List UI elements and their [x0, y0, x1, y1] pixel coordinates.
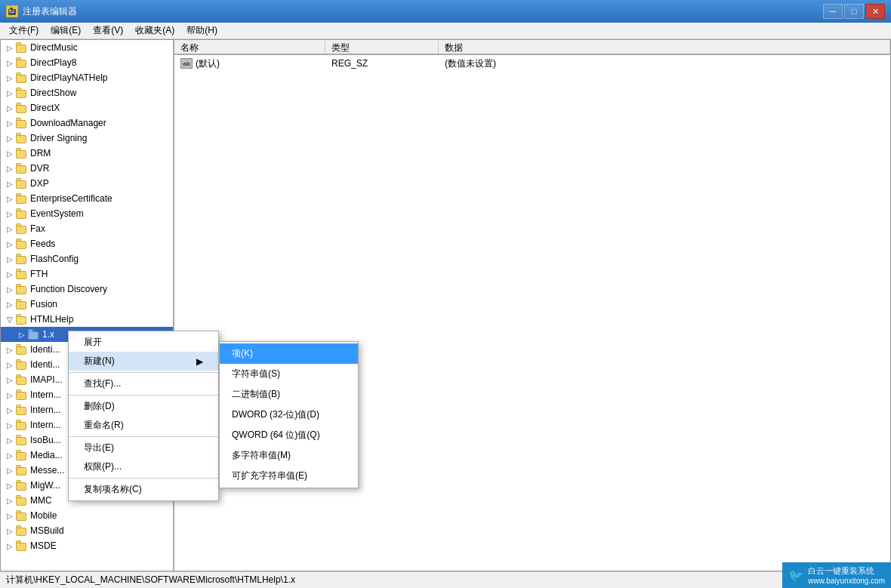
- tree-item-driversigning[interactable]: ▷ Driver Signing: [1, 131, 173, 146]
- expand-icon[interactable]: ▷: [4, 404, 16, 416]
- tree-item-directx[interactable]: ▷ DirectX: [1, 100, 173, 115]
- submenu-item-binary[interactable]: 二进制值(B): [220, 384, 358, 405]
- tree-item-flashconfig[interactable]: ▷ FlashConfig: [1, 251, 173, 266]
- window-controls: ─ □ ✕: [823, 4, 885, 19]
- expand-icon[interactable]: ▷: [4, 359, 16, 371]
- expand-icon[interactable]: ▷: [4, 72, 16, 84]
- maximize-button[interactable]: □: [844, 4, 864, 19]
- svg-rect-1: [10, 8, 13, 10]
- ctx-rename[interactable]: 重命名(R): [69, 416, 218, 435]
- expand-icon[interactable]: ▷: [4, 208, 16, 220]
- expand-icon[interactable]: ▷: [4, 389, 16, 401]
- tree-item-directshow[interactable]: ▷ DirectShow: [1, 85, 173, 100]
- tree-item-htmlhelp[interactable]: ▽ HTMLHelp: [1, 312, 173, 327]
- tree-item-dxp[interactable]: ▷ DXP: [1, 176, 173, 191]
- tree-item-fax[interactable]: ▷ Fax: [1, 221, 173, 236]
- expand-icon[interactable]: ▷: [16, 328, 28, 340]
- expand-icon[interactable]: ▷: [4, 147, 16, 159]
- minimize-button[interactable]: ─: [823, 4, 843, 19]
- expand-icon[interactable]: ▷: [4, 223, 16, 235]
- folder-icon: [16, 480, 28, 491]
- tree-item-directmusic[interactable]: ▷ DirectMusic: [1, 40, 173, 55]
- tree-item-directplaynathelp[interactable]: ▷ DirectPlayNATHelp: [1, 70, 173, 85]
- expand-icon[interactable]: ▷: [4, 494, 16, 506]
- submenu-item-key[interactable]: 项(K): [220, 343, 358, 364]
- title-bar-left: 注册表编辑器: [6, 5, 77, 18]
- folder-icon: [16, 299, 28, 309]
- expand-icon[interactable]: ▷: [4, 464, 16, 476]
- close-button[interactable]: ✕: [865, 4, 885, 19]
- tree-item-downloadmanager[interactable]: ▷ DownloadManager: [1, 115, 173, 131]
- expand-icon[interactable]: ▷: [4, 434, 16, 446]
- ctx-delete[interactable]: 删除(D): [69, 397, 218, 416]
- tree-item-directplay8[interactable]: ▷ DirectPlay8: [1, 55, 173, 70]
- submenu-item-multistring[interactable]: 多字符串值(M): [220, 445, 358, 466]
- tree-item-mobile[interactable]: ▷ Mobile: [1, 508, 173, 523]
- expand-icon[interactable]: ▷: [4, 298, 16, 310]
- ctx-permissions[interactable]: 权限(P)...: [69, 457, 218, 476]
- menu-favorites[interactable]: 收藏夹(A): [129, 23, 180, 38]
- expand-icon[interactable]: ▷: [4, 449, 16, 461]
- tree-item-functiondiscovery[interactable]: ▷ Function Discovery: [1, 282, 173, 297]
- expand-icon[interactable]: ▷: [4, 132, 16, 144]
- tree-item-dvr[interactable]: ▷ DVR: [1, 161, 173, 176]
- folder-icon: [16, 239, 28, 249]
- expand-icon[interactable]: ▷: [4, 238, 16, 250]
- expand-icon[interactable]: ▷: [4, 42, 16, 54]
- expand-icon[interactable]: ▷: [4, 268, 16, 280]
- expand-icon[interactable]: ▷: [4, 283, 16, 295]
- col-header-name: 名称: [174, 40, 325, 54]
- watermark-line2: www.baiyunxitong.com: [808, 577, 885, 585]
- expand-icon[interactable]: ▷: [4, 162, 16, 174]
- expand-icon[interactable]: ▷: [4, 525, 16, 537]
- ctx-export[interactable]: 导出(E): [69, 439, 218, 457]
- submenu-item-dword[interactable]: DWORD (32-位)值(D): [220, 405, 358, 425]
- tree-item-drm[interactable]: ▷ DRM: [1, 146, 173, 161]
- submenu-item-expandstring[interactable]: 可扩充字符串值(E): [220, 466, 358, 486]
- tree-item-fusion[interactable]: ▷ Fusion: [1, 297, 173, 312]
- ctx-find[interactable]: 查找(F)...: [69, 374, 218, 393]
- expand-icon[interactable]: ▷: [4, 540, 16, 552]
- app-icon: [6, 5, 18, 17]
- title-bar: 注册表编辑器 ─ □ ✕: [0, 0, 891, 23]
- expand-icon[interactable]: ▷: [4, 117, 16, 129]
- folder-icon: [16, 88, 28, 98]
- ctx-separator-4: [69, 478, 218, 479]
- expand-icon[interactable]: ▷: [4, 253, 16, 265]
- ctx-expand[interactable]: 展开: [69, 333, 218, 352]
- ctx-copy-name[interactable]: 复制项名称(C): [69, 480, 218, 499]
- expand-icon[interactable]: ▷: [4, 102, 16, 114]
- folder-icon: [16, 510, 28, 521]
- expand-icon[interactable]: ▽: [4, 313, 16, 325]
- folder-icon: [16, 133, 28, 143]
- registry-row[interactable]: ab (默认) REG_SZ (数值未设置): [174, 55, 890, 72]
- ctx-new[interactable]: 新建(N) ▶: [69, 352, 218, 371]
- twitter-bird-icon: 🐦: [788, 568, 803, 583]
- tree-item-msde[interactable]: ▷ MSDE: [1, 538, 173, 553]
- menu-help[interactable]: 帮助(H): [180, 23, 224, 38]
- expand-icon[interactable]: ▷: [4, 419, 16, 431]
- expand-icon[interactable]: ▷: [4, 479, 16, 491]
- expand-icon[interactable]: ▷: [4, 374, 16, 386]
- tree-item-fth[interactable]: ▷ FTH: [1, 266, 173, 282]
- reg-name-cell: ab (默认): [174, 56, 325, 72]
- folder-icon: [16, 163, 28, 174]
- folder-icon: [16, 359, 28, 370]
- submenu-item-string[interactable]: 字符串值(S): [220, 364, 358, 384]
- tree-item-enterprisecertificate[interactable]: ▷ EnterpriseCertificate: [1, 191, 173, 206]
- menu-file[interactable]: 文件(F): [3, 23, 45, 38]
- reg-data-cell: (数值未设置): [439, 56, 890, 72]
- folder-icon: [16, 495, 28, 506]
- expand-icon[interactable]: ▷: [4, 177, 16, 189]
- tree-item-eventsystem[interactable]: ▷ EventSystem: [1, 206, 173, 221]
- expand-icon[interactable]: ▷: [4, 192, 16, 205]
- expand-icon[interactable]: ▷: [4, 343, 16, 356]
- expand-icon[interactable]: ▷: [4, 509, 16, 522]
- expand-icon[interactable]: ▷: [4, 87, 16, 99]
- submenu-item-qword[interactable]: QWORD (64 位)值(Q): [220, 425, 358, 445]
- tree-item-msbuild[interactable]: ▷ MSBuild: [1, 523, 173, 538]
- tree-item-feeds[interactable]: ▷ Feeds: [1, 236, 173, 251]
- expand-icon[interactable]: ▷: [4, 57, 16, 69]
- menu-edit[interactable]: 编辑(E): [45, 23, 87, 38]
- menu-view[interactable]: 查看(V): [87, 23, 129, 38]
